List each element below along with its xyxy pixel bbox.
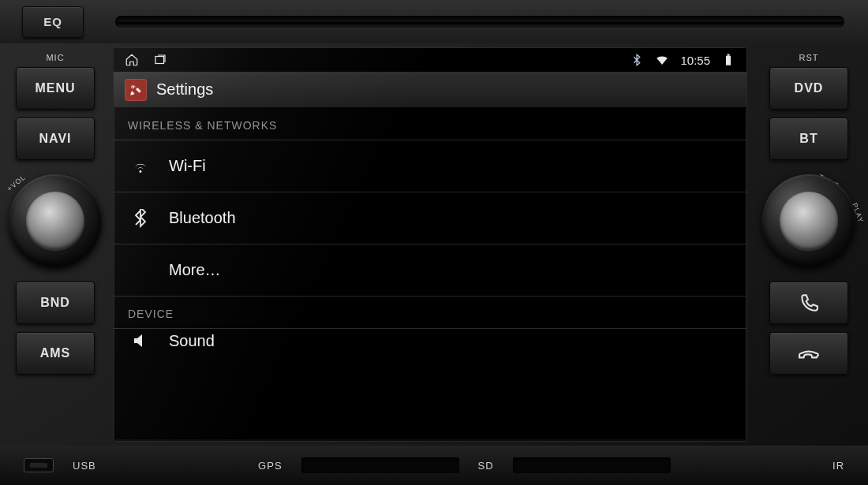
svg-rect-0 xyxy=(155,57,164,64)
svg-rect-2 xyxy=(728,54,730,56)
sound-icon xyxy=(129,331,152,350)
bt-button[interactable]: BT xyxy=(769,118,848,160)
menu-button[interactable]: MENU xyxy=(16,67,95,110)
settings-item-label: More… xyxy=(169,261,221,279)
top-bezel: EQ xyxy=(0,0,868,43)
bluetooth-status-icon xyxy=(630,53,644,67)
left-button-column: MIC MENU NAVI +VOL BND AMS xyxy=(0,43,110,446)
settings-item-bluetooth[interactable]: Bluetooth xyxy=(114,192,746,244)
section-header-device: DEVICE xyxy=(114,297,746,329)
wifi-status-icon xyxy=(655,53,669,67)
section-header-wireless: WIRELESS & NETWORKS xyxy=(114,108,746,140)
svg-rect-1 xyxy=(726,56,731,65)
settings-item-more[interactable]: More… xyxy=(114,244,746,297)
sd-label: SD xyxy=(478,460,494,472)
dvd-button[interactable]: DVD xyxy=(769,67,848,110)
ir-label: IR xyxy=(832,460,844,472)
gps-sd-slot[interactable] xyxy=(301,457,459,473)
eq-button[interactable]: EQ xyxy=(22,6,84,38)
settings-title: Settings xyxy=(156,80,213,99)
mic-label: MIC xyxy=(46,53,64,62)
touchscreen[interactable]: 10:55 Settings WIRELESS & NETWORKS Wi-Fi xyxy=(114,48,746,441)
disc-slot[interactable] xyxy=(115,16,844,28)
usb-label: USB xyxy=(73,460,96,472)
tune-knob[interactable]: TUNE PLAY xyxy=(762,174,855,267)
volume-knob[interactable]: +VOL xyxy=(9,174,102,267)
settings-item-label: Sound xyxy=(169,332,215,350)
navi-button[interactable]: NAVI xyxy=(16,118,95,160)
call-hangup-button[interactable] xyxy=(769,332,848,375)
right-button-column: RST DVD BT TUNE PLAY xyxy=(750,43,868,446)
ams-button[interactable]: AMS xyxy=(16,332,95,375)
gps-label: GPS xyxy=(258,460,282,472)
phone-down-icon xyxy=(799,343,819,364)
settings-item-label: Bluetooth xyxy=(169,209,236,227)
svg-point-3 xyxy=(132,85,134,88)
settings-item-label: Wi-Fi xyxy=(169,157,206,175)
android-status-bar[interactable]: 10:55 xyxy=(114,48,746,72)
bnd-button[interactable]: BND xyxy=(16,282,95,324)
settings-item-wifi[interactable]: Wi-Fi xyxy=(114,140,746,192)
sd-slot[interactable] xyxy=(513,457,671,473)
recents-icon[interactable] xyxy=(153,53,167,67)
battery-icon xyxy=(721,53,735,67)
call-answer-button[interactable] xyxy=(769,282,848,324)
usb-port[interactable] xyxy=(24,458,54,472)
settings-title-bar: Settings xyxy=(114,72,746,108)
bottom-bezel: USB GPS SD IR xyxy=(0,446,868,485)
phone-icon xyxy=(799,293,819,313)
settings-icon xyxy=(125,79,147,101)
head-unit: EQ MIC MENU NAVI +VOL BND AMS xyxy=(0,0,868,485)
rst-label: RST xyxy=(799,53,819,62)
home-icon[interactable] xyxy=(125,53,139,67)
bluetooth-icon xyxy=(129,209,152,228)
wifi-icon xyxy=(129,157,152,176)
settings-item-sound[interactable]: Sound xyxy=(114,329,746,353)
clock: 10:55 xyxy=(680,54,710,67)
mid-row: MIC MENU NAVI +VOL BND AMS xyxy=(0,43,868,446)
